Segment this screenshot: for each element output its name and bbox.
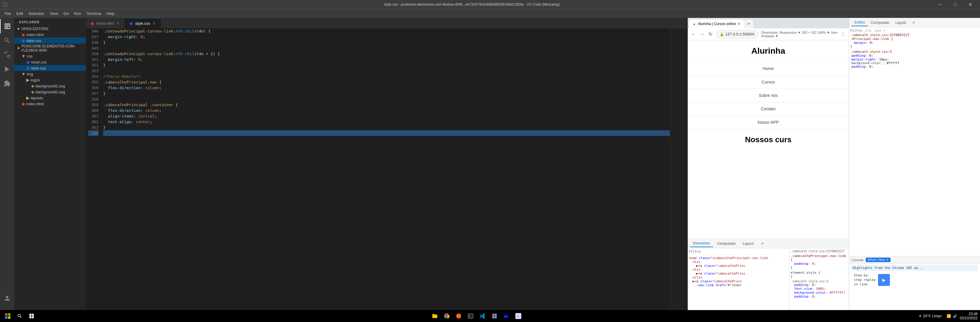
search-taskbar-button[interactable]	[14, 311, 25, 321]
activity-explorer[interactable]	[0, 19, 14, 33]
menu-go[interactable]: Go	[61, 10, 71, 17]
devtools-right-tab-more2[interactable]: ↗	[909, 19, 918, 26]
activity-search[interactable]	[0, 33, 14, 48]
code-line-353	[103, 68, 670, 74]
open-editors-title[interactable]: ▼ OPEN EDITORS	[14, 26, 86, 32]
browser-reload-button[interactable]: ↻	[707, 30, 714, 38]
activity-debug[interactable]	[0, 62, 14, 76]
file-index-html[interactable]: ◉ index.html	[14, 101, 86, 107]
browser-tab-new[interactable]: +	[744, 19, 753, 29]
file-reset-css[interactable]: ◉ reset.css	[14, 59, 86, 65]
menu-help[interactable]: Help	[104, 10, 117, 17]
html-tree-7: ▶<a class="cabecalhoPrinc	[689, 279, 788, 283]
svg-rect-1	[5, 313, 8, 316]
taskbar-terminal-icon[interactable]: >_	[465, 311, 476, 321]
browser-main: Alurinha Home Cursos Sobre nós Contato N…	[688, 40, 849, 322]
menu-terminal[interactable]: Terminal	[84, 10, 103, 17]
taskbar-me-icon[interactable]: Me	[513, 311, 524, 321]
devtools-tab-more[interactable]: ↗	[758, 240, 767, 247]
code-line-364	[103, 130, 670, 136]
website-nav: Home Cursos Sobre nós Contato Nosso APP	[688, 62, 849, 129]
devtools-right-tab-computado[interactable]: Computado	[868, 19, 892, 26]
folder-img[interactable]: ▼ img	[14, 71, 86, 77]
step-replay-icon[interactable]: ▶	[878, 274, 890, 286]
project-folder-title[interactable]: ▼ POSICIONE-ELEMENTOS-COM-FLEXBOX-809F..	[14, 44, 86, 53]
element-style-block2: .cabecalh style.css:5 padding: 0; margin…	[850, 50, 979, 68]
open-editor-style-css[interactable]: ◉ style.css	[14, 38, 86, 44]
styles-padding: padding: 0;	[791, 262, 848, 266]
editor-area: ◉ index.html ✕ ◉ style.css ✕ 346 347 348…	[86, 18, 688, 322]
menu-run[interactable]: Run	[72, 10, 84, 17]
sidebar: Explorer ▼ OPEN EDITORS ◉ index.html ◉ s…	[14, 18, 86, 322]
weather-widget: ☀ 24°C Limpo	[916, 314, 944, 318]
folder-layouts[interactable]: ▶ layouts	[14, 95, 86, 101]
code-editor[interactable]: 346 347 348 349 350 351 352 353 354 355 …	[86, 29, 688, 316]
taskbar-vscode-icon[interactable]	[477, 311, 488, 321]
html-tree-5: ▶<a class="cabecalhoPrinc	[689, 271, 788, 276]
nav-app[interactable]: Nosso APP	[688, 116, 849, 129]
svg-point-10	[456, 314, 461, 319]
tab-index-html[interactable]: ◉ index.html ✕	[86, 18, 125, 29]
task-view-button[interactable]	[26, 311, 37, 321]
activity-extensions[interactable]	[0, 76, 14, 90]
folder-logos[interactable]: ▶ logos	[14, 77, 86, 83]
minimap	[670, 29, 688, 316]
taskbar-chrome-icon[interactable]	[441, 311, 452, 321]
code-content[interactable]: .conteudoPrincipal-cursos-link:nth-child…	[101, 29, 670, 316]
file-style-css[interactable]: ◉ style.css	[14, 65, 86, 71]
devtools-tab-elements[interactable]: Elementos	[690, 240, 713, 247]
browser-settings-button[interactable]: ⋮	[840, 30, 846, 38]
menu-edit[interactable]: Edit	[14, 10, 25, 17]
folder-css[interactable]: ▼ css	[14, 53, 86, 59]
tab-close-html[interactable]: ✕	[116, 21, 120, 25]
styles-filter-row: Filtro .cls .xxx +	[850, 29, 979, 32]
svg-point-9	[446, 315, 448, 317]
css-file-icon: ◉	[26, 60, 30, 64]
menu-selection[interactable]: Selection	[26, 10, 46, 17]
open-editor-index-html[interactable]: ◉ index.html	[14, 32, 86, 38]
svg-text:>_: >_	[469, 314, 472, 317]
browser-tab-close[interactable]: ✕	[738, 22, 741, 26]
taskbar-firefox-icon[interactable]	[453, 311, 464, 321]
devtools-right-tab-layout[interactable]: Layout	[892, 19, 909, 26]
devtools-tab-computed[interactable]: Computado	[714, 240, 739, 247]
close-button[interactable]: ✕	[963, 0, 977, 9]
filter-hint: .cls .xxx +	[863, 29, 885, 32]
browser-back-button[interactable]: ←	[690, 30, 697, 38]
nav-cursos[interactable]: Cursos	[688, 75, 849, 89]
browser-url-bar[interactable]: 🔒 127.0.0.1:5500/#	[716, 30, 759, 38]
nav-sobre[interactable]: Sobre nós	[688, 89, 849, 102]
whats-new-button[interactable]: What's New ✕	[866, 258, 890, 262]
tab-style-css[interactable]: ◉ style.css ✕	[125, 18, 161, 29]
taskbar-explorer-icon[interactable]	[430, 311, 440, 321]
devtools-right-tab-estilos[interactable]: Estilos	[851, 19, 868, 26]
devtools-console-content: Highlights from the Chrome 105 up... Ste…	[849, 263, 980, 316]
browser-tabs: ▲ Alurinha | Cursos online ✕ +	[688, 18, 849, 29]
activity-accounts[interactable]	[0, 291, 14, 305]
taskbar-ae-icon[interactable]: Ae	[501, 311, 512, 321]
code-line-356: flex-direction: column;	[103, 85, 670, 90]
tab-bar: ◉ index.html ✕ ◉ style.css ✕	[86, 18, 688, 29]
activity-scm[interactable]	[0, 48, 14, 62]
taskbar-right: ☀ 24°C Limpo 📶 🔊 23:48 03/10/2022	[916, 312, 978, 320]
browser-forward-button[interactable]: →	[699, 30, 706, 38]
devtools-right-panel: Estilos Computado Layout ↗ Filtro .cls .…	[849, 18, 980, 322]
devtools-tab-layout[interactable]: Layout	[740, 240, 757, 247]
browser-tab-active[interactable]: ▲ Alurinha | Cursos online ✕	[689, 19, 744, 29]
file-bg1[interactable]: ◈ background1.svg	[14, 83, 86, 89]
menu-view[interactable]: View	[48, 10, 60, 17]
menu-file[interactable]: File	[2, 10, 13, 17]
section-title: Nossos curs	[688, 129, 849, 150]
file-bg2[interactable]: ◈ background2.svg	[14, 89, 86, 95]
minimize-button[interactable]: ─	[934, 0, 947, 9]
code-line-348: }	[103, 40, 670, 45]
website-header: Alurinha	[688, 40, 849, 62]
folder-logos-icon: ▶	[26, 78, 30, 82]
nav-home[interactable]: Home	[688, 62, 849, 75]
nav-contato[interactable]: Contato	[688, 102, 849, 116]
start-button[interactable]	[2, 311, 13, 321]
tab-close-css[interactable]: ✕	[153, 21, 156, 25]
maximize-button[interactable]: □	[948, 0, 962, 9]
taskbar-figma-icon[interactable]	[489, 311, 500, 321]
devtools-right-content: Filtro .cls .xxx + .cabecalh style.css:5…	[849, 27, 980, 316]
